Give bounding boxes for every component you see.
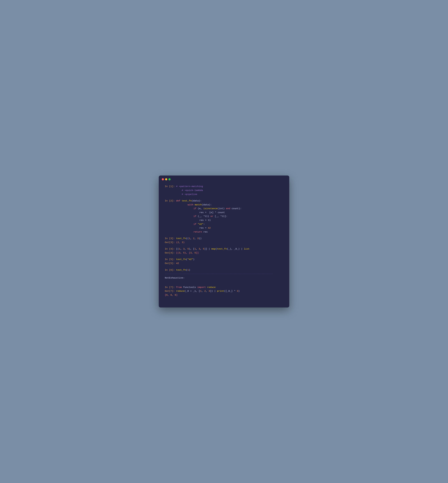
cell-3-in: In [3]: test_fn((1, 2, 3)) [165,237,283,241]
titlebar [159,175,289,183]
cell-7: In [7]: from functools import reduce Out… [165,285,283,297]
cell-7-in: In [7]: from functools import reduce [165,285,283,289]
cell-7-out2: [6, 6, 6] [165,293,283,297]
cell-2-line-4: res = [e] * count [165,211,283,215]
cell-6-error: NotExhaustive: [165,276,283,280]
comment-line-1: # +pattern-matching [176,185,203,188]
cell-2-line-6: res = tl [165,218,283,222]
cell-4-out: Out[4]: [(3, 5), [3, 5]] [165,251,283,255]
cell-5-in: In [5]: test_fn("42") [165,258,283,261]
cell-1-line-2: # +quick-lambda [165,189,283,192]
cell-6: In [6]: test_fn(1) ---------------------… [165,268,283,280]
cell-6-in: In [6]: test_fn(1) [165,268,283,272]
cell-2-prompt: In [2]: def test_fn(data): [165,199,283,203]
cell-4: In [4]: [(1, 3, 5), [1, 3, 5]] | map(tes… [165,247,283,255]
cell-5-out: Out[5]: 42 [165,261,283,265]
cell-2: In [2]: def test_fn(data): with match(da… [165,199,283,234]
cell-1-line-3: # +pipeline [165,192,283,197]
cell-2-line-3: if (e, isinstance(int) and count): [165,207,283,211]
cell-2-line-8: res = 42 [165,226,283,230]
cell-2-line-9: return res [165,230,283,234]
cell-7-out: Out[7]: reduce(_0 + _1, [1, 2, 3]) | pri… [165,289,283,293]
cell-1-prompt: In [1]: # +pattern-matching [165,185,283,189]
maximize-button[interactable] [168,178,171,180]
cell-6-separator: ----------------------------------------… [165,272,283,276]
cell-2-line-5: if (_, *tl) or [_, *tl]: [165,214,283,218]
cell-5: In [5]: test_fn("42") Out[5]: 42 [165,258,283,265]
notebook-window: In [1]: # +pattern-matching # +quick-lam… [159,175,289,307]
cell-2-line-2: with match(data): [165,203,283,207]
cell-1: In [1]: # +pattern-matching # +quick-lam… [165,185,283,196]
cell-2-line-7: if "42": [165,222,283,226]
cell-3: In [3]: test_fn((1, 2, 3)) Out[3]: (2, 3… [165,237,283,244]
cell-3-out: Out[3]: (2, 3) [165,241,283,245]
notebook-content: In [1]: # +pattern-matching # +quick-lam… [159,183,289,301]
close-button[interactable] [162,178,164,180]
cell-4-in: In [4]: [(1, 3, 5), [1, 3, 5]] | map(tes… [165,247,283,251]
minimize-button[interactable] [165,178,167,180]
